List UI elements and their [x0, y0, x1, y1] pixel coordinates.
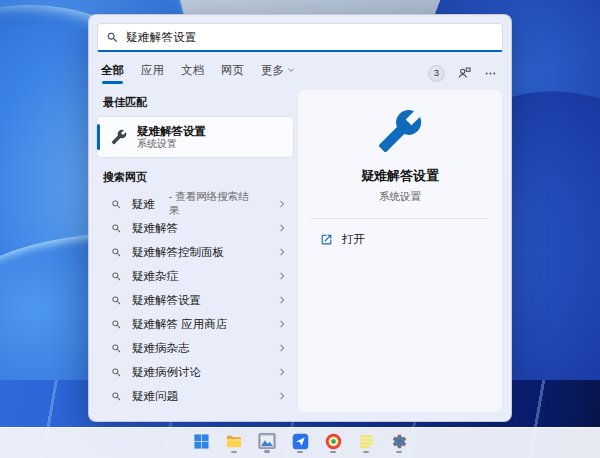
file-explorer-icon [225, 433, 243, 450]
search-icon [111, 319, 122, 330]
browser-icon [325, 433, 342, 450]
search-suggestion-row[interactable]: 疑难问题 [97, 384, 293, 408]
suggestion-suffix: - 查看网络搜索结果 [169, 190, 257, 218]
search-icon [111, 247, 122, 258]
chevron-right-icon[interactable] [277, 367, 287, 377]
search-icon [111, 343, 122, 354]
search-icon [111, 223, 122, 234]
search-suggestion-row[interactable]: 疑难解答 应用商店 [97, 312, 293, 336]
search-suggestion-row[interactable]: 疑难病杂志 [97, 336, 293, 360]
suggestion-label: 疑难病例讨论 [132, 365, 201, 380]
notification-count-badge[interactable]: 3 [428, 65, 445, 82]
tab-more[interactable]: 更多 [261, 63, 295, 84]
chevron-right-icon[interactable] [277, 199, 287, 209]
best-match-title: 疑难解答设置 [137, 124, 206, 138]
search-icon [111, 199, 122, 210]
search-flyout-window: 疑难解答设置 全部 应用 文档 网页 更多 3 [88, 14, 512, 422]
chevron-right-icon[interactable] [277, 223, 287, 233]
open-action-label: 打开 [342, 232, 365, 247]
chevron-right-icon[interactable] [277, 319, 287, 329]
search-icon [111, 271, 122, 282]
tab-documents[interactable]: 文档 [181, 63, 204, 84]
chevron-right-icon[interactable] [277, 391, 287, 401]
search-suggestion-row[interactable]: 疑难解答设置 [97, 288, 293, 312]
suggestion-label: 疑难 [132, 197, 155, 212]
photo-viewer-icon [258, 433, 276, 449]
media-app-icon [292, 433, 309, 450]
suggestion-label: 疑难解答设置 [132, 293, 201, 308]
search-icon [111, 391, 122, 402]
sticky-notes-icon [358, 433, 375, 450]
taskbar-app-file-explorer[interactable] [222, 430, 246, 456]
taskbar-app-photo-viewer[interactable] [255, 430, 279, 456]
wrench-icon-large [377, 108, 423, 154]
open-action[interactable]: 打开 [298, 219, 502, 259]
best-match-header: 最佳匹配 [103, 95, 287, 110]
suggestion-label: 疑难病杂志 [132, 341, 190, 356]
best-match-item[interactable]: 疑难解答设置 系统设置 [97, 117, 293, 157]
search-suggestion-row[interactable]: 疑难解答控制面板 [97, 240, 293, 264]
search-icon [111, 295, 122, 306]
suggestion-label: 疑难问题 [132, 389, 178, 404]
search-input[interactable]: 疑难解答设置 [97, 23, 503, 52]
selection-accent-bar [97, 124, 100, 150]
settings-gear-icon [391, 433, 408, 450]
start-button[interactable] [189, 430, 213, 456]
chevron-down-icon [287, 66, 295, 74]
preview-title: 疑难解答设置 [361, 167, 439, 185]
best-match-subtitle: 系统设置 [137, 138, 206, 151]
search-suggestion-row[interactable]: 疑难解答 [97, 216, 293, 240]
taskbar-app-settings[interactable] [387, 430, 411, 456]
tab-apps[interactable]: 应用 [141, 63, 164, 84]
suggestion-label: 疑难杂症 [132, 269, 178, 284]
tab-all[interactable]: 全部 [101, 63, 124, 84]
chevron-right-icon[interactable] [277, 247, 287, 257]
search-results-area: 最佳匹配 疑难解答设置 系统设置 搜索网页 疑难- 查看网络搜索结果 [89, 85, 511, 421]
chevron-right-icon[interactable] [277, 295, 287, 305]
search-query-text: 疑难解答设置 [126, 30, 197, 45]
web-search-header: 搜索网页 [103, 170, 287, 185]
suggestion-label: 疑难解答 [132, 221, 178, 236]
results-list-column: 最佳匹配 疑难解答设置 系统设置 搜索网页 疑难- 查看网络搜索结果 [97, 89, 293, 413]
taskbar-app-sticky-notes[interactable] [354, 430, 378, 456]
open-in-new-icon [320, 233, 333, 246]
search-suggestion-row[interactable]: 疑难杂症 [97, 264, 293, 288]
windows-logo-icon [193, 433, 210, 450]
search-suggestion-row[interactable]: 疑难- 查看网络搜索结果 [97, 192, 293, 216]
chevron-right-icon[interactable] [277, 343, 287, 353]
tab-web[interactable]: 网页 [221, 63, 244, 84]
search-icon [111, 367, 122, 378]
result-preview-panel: 疑难解答设置 系统设置 打开 [297, 89, 503, 413]
suggestion-label: 疑难解答控制面板 [132, 245, 224, 260]
chevron-right-icon[interactable] [277, 271, 287, 281]
wrench-icon [111, 129, 127, 145]
suggestion-label: 疑难解答 应用商店 [132, 317, 227, 332]
search-filter-tabs: 全部 应用 文档 网页 更多 3 [89, 52, 511, 85]
account-icon[interactable] [457, 66, 472, 80]
taskbar [0, 427, 600, 458]
search-suggestion-row[interactable]: 疑难病例讨论 [97, 360, 293, 384]
taskbar-app-browser[interactable] [321, 430, 345, 456]
preview-subtitle: 系统设置 [379, 190, 421, 204]
search-icon [106, 31, 119, 44]
more-options-icon[interactable] [484, 67, 497, 80]
taskbar-app-media[interactable] [288, 430, 312, 456]
